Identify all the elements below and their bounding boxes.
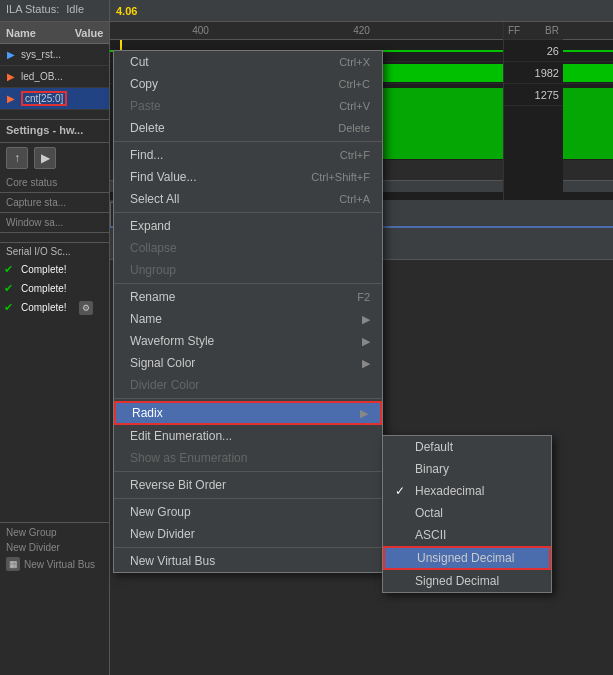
signal-name-led: led_OB... xyxy=(21,71,109,82)
settings-section: Settings - hw... xyxy=(0,120,109,143)
play-button[interactable]: ▶ xyxy=(34,147,56,169)
menu-item-edit-enum[interactable]: Edit Enumeration... xyxy=(114,425,382,447)
menu-item-expand[interactable]: Expand xyxy=(114,215,382,237)
menu-item-collapse: Collapse xyxy=(114,237,382,259)
waveform-top-bar: 4.06 xyxy=(110,0,613,22)
complete-icon-3: ✔ xyxy=(4,301,13,314)
menu-delete-label: Delete xyxy=(130,121,165,135)
menu-find-shortcut: Ctrl+F xyxy=(340,149,370,161)
window-samples-label: Window sa... xyxy=(6,217,103,228)
complete-icon-2: ✔ xyxy=(4,282,13,295)
signal-header: Name Value xyxy=(0,22,109,44)
radix-signed-decimal[interactable]: Signed Decimal xyxy=(383,570,551,592)
menu-paste-shortcut: Ctrl+V xyxy=(339,100,370,112)
menu-rename-shortcut: F2 xyxy=(357,291,370,303)
ff-label: FF xyxy=(508,25,520,36)
menu-reverse-bit-label: Reverse Bit Order xyxy=(130,478,226,492)
complete-row-1: ✔ Complete! xyxy=(0,260,109,279)
ruler-tick-420: 420 xyxy=(353,25,370,36)
menu-divider-color-label: Divider Color xyxy=(130,378,199,392)
led-expand-icon: ▶ xyxy=(4,70,18,84)
menu-item-radix[interactable]: Radix ▶ xyxy=(114,401,382,425)
settings-title: Settings - hw... xyxy=(6,124,103,136)
signal-name-sys: sys_rst... xyxy=(21,49,109,60)
menu-copy-shortcut: Ctrl+C xyxy=(339,78,370,90)
menu-select-all-label: Select All xyxy=(130,192,179,206)
val2: 1982 xyxy=(535,67,559,79)
menu-new-virtual-bus-label: New Virtual Bus xyxy=(130,554,215,568)
menu-cut-label: Cut xyxy=(130,55,149,69)
signal-row-sys[interactable]: ▶ sys_rst... xyxy=(0,44,109,66)
menu-find-label: Find... xyxy=(130,148,163,162)
menu-item-waveform-style[interactable]: Waveform Style ▶ xyxy=(114,330,382,352)
signal-row-cnt[interactable]: ▶ cnt[25:0] xyxy=(0,88,109,110)
menu-item-delete[interactable]: Delete Delete xyxy=(114,117,382,139)
complete-row-3: ✔ Complete! ⚙ xyxy=(0,298,109,317)
menu-item-reverse-bit[interactable]: Reverse Bit Order xyxy=(114,474,382,496)
menu-sep-1 xyxy=(114,141,382,142)
menu-sep-3 xyxy=(114,283,382,284)
time-marker: 4.06 xyxy=(116,5,137,17)
play-icon: ▶ xyxy=(41,151,50,165)
signal-name-col: Name xyxy=(0,27,69,39)
new-divider-label: New Divider xyxy=(6,542,103,553)
cnt-expand-icon: ▶ xyxy=(4,92,18,106)
menu-cut-shortcut: Ctrl+X xyxy=(339,56,370,68)
radix-octal[interactable]: Octal xyxy=(383,502,551,524)
menu-item-cut[interactable]: Cut Ctrl+X xyxy=(114,51,382,73)
radix-hex-label: Hexadecimal xyxy=(415,484,484,498)
menu-item-signal-color[interactable]: Signal Color ▶ xyxy=(114,352,382,374)
sys-expand-icon: ▶ xyxy=(4,48,18,62)
menu-collapse-label: Collapse xyxy=(130,241,177,255)
menu-item-show-enum: Show as Enumeration xyxy=(114,447,382,469)
signal-name-cnt: cnt[25:0] xyxy=(21,91,67,106)
menu-radix-label: Radix xyxy=(132,406,163,420)
menu-ungroup-label: Ungroup xyxy=(130,263,176,277)
core-status-section: Core status xyxy=(0,173,109,193)
complete-text-1: Complete! xyxy=(17,262,71,277)
radix-unsigned-label: Unsigned Decimal xyxy=(417,551,514,565)
br-label: BR xyxy=(545,25,559,36)
radix-ascii-label: ASCII xyxy=(415,528,446,542)
menu-copy-label: Copy xyxy=(130,77,158,91)
ila-status-bar: ILA Status: Idle xyxy=(0,0,109,22)
core-status-label: Core status xyxy=(6,177,103,188)
data-val-2: 1982 xyxy=(504,62,563,84)
virtual-bus-icon: ▦ xyxy=(6,557,20,571)
menu-item-rename[interactable]: Rename F2 xyxy=(114,286,382,308)
radix-ascii[interactable]: ASCII xyxy=(383,524,551,546)
menu-item-new-virtual-bus[interactable]: New Virtual Bus xyxy=(114,550,382,572)
menu-item-copy[interactable]: Copy Ctrl+C xyxy=(114,73,382,95)
data-val-1: 26 xyxy=(504,40,563,62)
menu-item-find[interactable]: Find... Ctrl+F xyxy=(114,144,382,166)
menu-item-new-group[interactable]: New Group xyxy=(114,501,382,523)
new-virtual-bus-label: New Virtual Bus xyxy=(24,559,95,570)
signal-row-led[interactable]: ▶ led_OB... xyxy=(0,66,109,88)
menu-rename-label: Rename xyxy=(130,290,175,304)
radix-hexadecimal[interactable]: ✓ Hexadecimal xyxy=(383,480,551,502)
menu-item-paste: Paste Ctrl+V xyxy=(114,95,382,117)
radix-submenu: Default Binary ✓ Hexadecimal Octal ASCII… xyxy=(382,435,552,593)
menu-new-group-label: New Group xyxy=(130,505,191,519)
menu-paste-label: Paste xyxy=(130,99,161,113)
menu-expand-label: Expand xyxy=(130,219,171,233)
menu-item-select-all[interactable]: Select All Ctrl+A xyxy=(114,188,382,210)
menu-item-find-value[interactable]: Find Value... Ctrl+Shift+F xyxy=(114,166,382,188)
menu-radix-arrow: ▶ xyxy=(360,407,368,420)
radix-binary[interactable]: Binary xyxy=(383,458,551,480)
ruler-tick-400: 400 xyxy=(192,25,209,36)
ila-status-value: Idle xyxy=(66,3,84,15)
new-group-label: New Group xyxy=(6,527,103,538)
radix-default[interactable]: Default xyxy=(383,436,551,458)
menu-sep-4 xyxy=(114,398,382,399)
upload-button[interactable]: ↑ xyxy=(6,147,28,169)
menu-item-new-divider[interactable]: New Divider xyxy=(114,523,382,545)
complete-text-3: Complete! xyxy=(17,300,71,315)
menu-select-all-shortcut: Ctrl+A xyxy=(339,193,370,205)
menu-item-name[interactable]: Name ▶ xyxy=(114,308,382,330)
menu-edit-enum-label: Edit Enumeration... xyxy=(130,429,232,443)
val3: 1275 xyxy=(535,89,559,101)
menu-sep-5 xyxy=(114,471,382,472)
signal-value-col: Value xyxy=(69,27,109,39)
radix-unsigned-decimal[interactable]: Unsigned Decimal xyxy=(383,546,551,570)
